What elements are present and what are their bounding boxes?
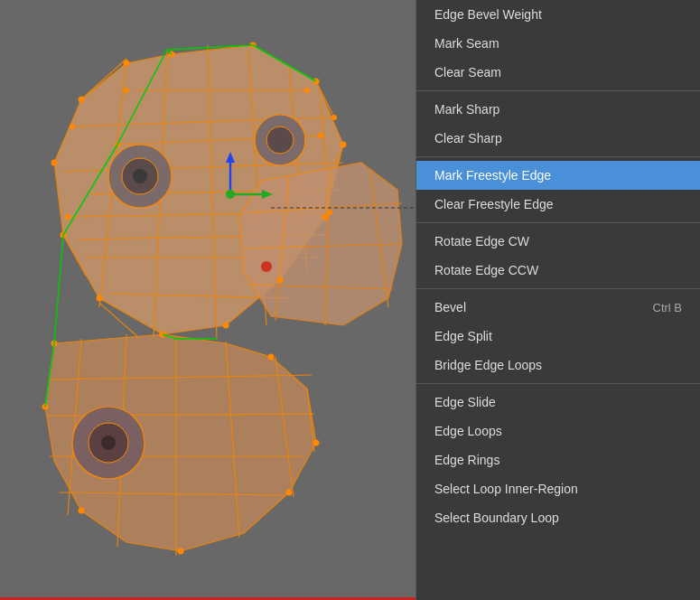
svg-point-68: [318, 133, 323, 138]
menu-item-label: Select Boundary Loop: [434, 511, 559, 525]
menu-item-edge-split[interactable]: Edge Split: [416, 322, 700, 351]
menu-item-mark-seam[interactable]: Mark Seam: [416, 29, 700, 58]
menu-item-clear-freestyle-edge[interactable]: Clear Freestyle Edge: [416, 190, 700, 219]
svg-point-59: [79, 97, 85, 103]
svg-point-74: [178, 548, 184, 555]
svg-point-91: [261, 261, 272, 272]
menu-separator: [416, 156, 700, 157]
menu-item-label: Bridge Edge Loops: [434, 358, 542, 372]
svg-point-58: [51, 160, 58, 166]
svg-point-73: [286, 490, 293, 496]
3d-viewport[interactable]: [0, 0, 415, 600]
menu-item-label: Clear Sharp: [434, 131, 502, 145]
menu-item-edge-bevel-weight[interactable]: Edge Bevel Weight: [416, 0, 700, 29]
svg-point-72: [313, 440, 320, 446]
svg-point-56: [97, 295, 103, 302]
menu-item-shortcut: Ctrl B: [653, 301, 683, 314]
menu-item-label: Clear Seam: [434, 65, 501, 80]
menu-item-edge-loops[interactable]: Edge Loops: [416, 417, 700, 445]
svg-point-71: [268, 354, 275, 361]
svg-point-44: [266, 127, 294, 154]
menu-item-label: Edge Loops: [434, 424, 502, 438]
menu-item-clear-sharp[interactable]: Clear Sharp: [416, 124, 700, 153]
svg-point-52: [322, 214, 329, 220]
svg-point-65: [124, 88, 129, 93]
menu-item-bridge-edge-loops[interactable]: Bridge Edge Loops: [416, 351, 700, 380]
svg-marker-33: [239, 163, 402, 325]
menu-item-label: Mark Seam: [434, 36, 499, 51]
svg-point-63: [65, 214, 70, 220]
menu-item-label: Rotate Edge CW: [434, 234, 529, 248]
menu-item-label: Select Loop Inner-Region: [434, 482, 578, 496]
menu-separator: [416, 222, 700, 223]
menu-item-label: Edge Bevel Weight: [434, 7, 542, 22]
menu-separator: [416, 383, 700, 384]
svg-point-64: [327, 210, 332, 215]
menu-item-label: Edge Rings: [434, 453, 499, 467]
svg-point-66: [304, 88, 310, 93]
menu-item-rotate-edge-cw[interactable]: Rotate Edge CW: [416, 227, 700, 256]
svg-point-47: [101, 436, 116, 450]
menu-item-clear-seam[interactable]: Clear Seam: [416, 58, 700, 87]
menu-item-label: Rotate Edge CCW: [434, 263, 538, 277]
svg-point-54: [223, 323, 229, 329]
svg-point-42: [133, 169, 147, 183]
svg-point-53: [277, 277, 284, 284]
menu-item-mark-sharp[interactable]: Mark Sharp: [416, 95, 700, 124]
menu-item-label: Mark Freestyle Edge: [434, 168, 551, 183]
menu-item-edge-rings[interactable]: Edge Rings: [416, 445, 700, 474]
menu-item-label: Mark Sharp: [434, 102, 499, 117]
menu-item-label: Edge Slide: [434, 395, 496, 409]
menu-item-bevel[interactable]: BevelCtrl B: [416, 293, 700, 322]
svg-point-60: [124, 61, 130, 67]
svg-point-90: [226, 190, 235, 199]
svg-point-62: [331, 115, 337, 120]
svg-point-51: [341, 142, 347, 148]
menu-item-rotate-edge-ccw[interactable]: Rotate Edge CCW: [416, 256, 700, 285]
menu-item-select-boundary-loop[interactable]: Select Boundary Loop: [416, 503, 700, 532]
menu-item-label: Edge Split: [434, 329, 492, 343]
menu-item-mark-freestyle-edge[interactable]: Mark Freestyle Edge: [416, 161, 700, 190]
svg-point-75: [79, 508, 85, 514]
context-menu: Edge Bevel WeightMark SeamClear SeamMark…: [415, 0, 700, 600]
svg-point-61: [70, 124, 75, 129]
menu-item-select-loop-inner-region[interactable]: Select Loop Inner-Region: [416, 474, 700, 503]
menu-item-label: Bevel: [434, 300, 466, 314]
menu-separator: [416, 288, 700, 289]
menu-item-edge-slide[interactable]: Edge Slide: [416, 388, 700, 417]
menu-item-label: Clear Freestyle Edge: [434, 197, 554, 211]
menu-separator: [416, 90, 700, 91]
